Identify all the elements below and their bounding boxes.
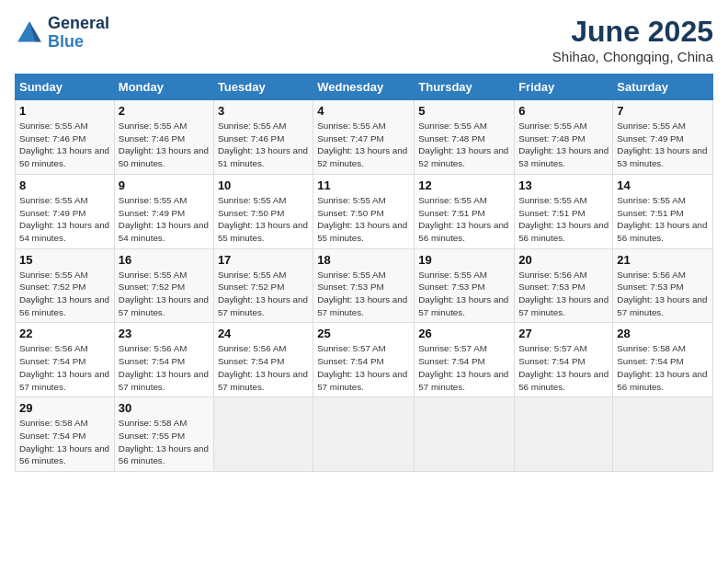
calendar-row: 22 Sunrise: 5:56 AM Sunset: 7:54 PM Dayl… [16, 323, 713, 397]
day-detail: Sunrise: 5:58 AM Sunset: 7:54 PM Dayligh… [19, 417, 110, 467]
day-detail: Sunrise: 5:57 AM Sunset: 7:54 PM Dayligh… [518, 342, 609, 393]
day-number: 19 [418, 253, 510, 267]
day-cell-1: 1 Sunrise: 5:55 AM Sunset: 7:46 PM Dayli… [16, 100, 115, 175]
header-sunday: Sunday [16, 75, 115, 100]
day-number: 13 [518, 178, 609, 192]
day-detail: Sunrise: 5:55 AM Sunset: 7:51 PM Dayligh… [418, 194, 510, 245]
day-cell-29: 29 Sunrise: 5:58 AM Sunset: 7:54 PM Dayl… [16, 397, 115, 472]
day-detail: Sunrise: 5:55 AM Sunset: 7:52 PM Dayligh… [218, 269, 309, 319]
day-cell-5: 5 Sunrise: 5:55 AM Sunset: 7:48 PM Dayli… [415, 100, 515, 175]
day-cell-19: 19 Sunrise: 5:55 AM Sunset: 7:53 PM Dayl… [415, 248, 515, 323]
day-detail: Sunrise: 5:56 AM Sunset: 7:53 PM Dayligh… [518, 269, 609, 319]
day-cell-27: 27 Sunrise: 5:57 AM Sunset: 7:54 PM Dayl… [515, 323, 613, 397]
day-detail: Sunrise: 5:55 AM Sunset: 7:46 PM Dayligh… [218, 120, 309, 170]
day-cell-6: 6 Sunrise: 5:55 AM Sunset: 7:48 PM Dayli… [515, 100, 613, 175]
header-wednesday: Wednesday [313, 75, 415, 100]
day-cell-8: 8 Sunrise: 5:55 AM Sunset: 7:49 PM Dayli… [16, 174, 115, 248]
day-number: 22 [19, 327, 110, 340]
calendar-row: 1 Sunrise: 5:55 AM Sunset: 7:46 PM Dayli… [16, 100, 713, 175]
day-number: 14 [617, 178, 709, 192]
day-number: 4 [317, 104, 410, 118]
day-number: 9 [119, 178, 210, 192]
day-cell-4: 4 Sunrise: 5:55 AM Sunset: 7:47 PM Dayli… [313, 100, 415, 175]
day-detail: Sunrise: 5:58 AM Sunset: 7:54 PM Dayligh… [617, 342, 709, 393]
day-number: 24 [218, 327, 309, 340]
day-cell-21: 21 Sunrise: 5:56 AM Sunset: 7:53 PM Dayl… [613, 248, 713, 323]
weekday-header-row: Sunday Monday Tuesday Wednesday Thursday… [16, 75, 713, 100]
day-detail: Sunrise: 5:55 AM Sunset: 7:49 PM Dayligh… [617, 120, 709, 170]
day-cell-14: 14 Sunrise: 5:55 AM Sunset: 7:51 PM Dayl… [613, 174, 713, 248]
calendar-row: 29 Sunrise: 5:58 AM Sunset: 7:54 PM Dayl… [16, 397, 713, 472]
location: Shihao, Chongqing, China [552, 49, 713, 64]
day-cell-22: 22 Sunrise: 5:56 AM Sunset: 7:54 PM Dayl… [16, 323, 115, 397]
month-year: June 2025 [552, 15, 713, 49]
day-cell-28: 28 Sunrise: 5:58 AM Sunset: 7:54 PM Dayl… [613, 323, 713, 397]
day-detail: Sunrise: 5:58 AM Sunset: 7:55 PM Dayligh… [119, 417, 210, 467]
day-detail: Sunrise: 5:56 AM Sunset: 7:54 PM Dayligh… [218, 342, 309, 393]
header-tuesday: Tuesday [213, 75, 313, 100]
day-number: 29 [19, 401, 110, 415]
day-number: 11 [317, 178, 410, 192]
day-detail: Sunrise: 5:55 AM Sunset: 7:50 PM Dayligh… [317, 194, 410, 245]
logo-icon [15, 18, 44, 48]
day-detail: Sunrise: 5:55 AM Sunset: 7:50 PM Dayligh… [218, 194, 309, 245]
day-number: 23 [119, 327, 210, 340]
day-number: 26 [418, 327, 510, 340]
day-number: 3 [218, 104, 309, 118]
logo: General Blue [15, 15, 109, 52]
header-monday: Monday [114, 75, 213, 100]
day-number: 2 [119, 104, 210, 118]
calendar-table: Sunday Monday Tuesday Wednesday Thursday… [15, 74, 713, 472]
calendar-row: 15 Sunrise: 5:55 AM Sunset: 7:52 PM Dayl… [16, 248, 713, 323]
day-number: 8 [19, 178, 110, 192]
day-cell-17: 17 Sunrise: 5:55 AM Sunset: 7:52 PM Dayl… [213, 248, 313, 323]
day-cell-12: 12 Sunrise: 5:55 AM Sunset: 7:51 PM Dayl… [415, 174, 515, 248]
day-number: 5 [418, 104, 510, 118]
logo-text: General Blue [48, 15, 109, 52]
day-cell-30: 30 Sunrise: 5:58 AM Sunset: 7:55 PM Dayl… [114, 397, 213, 472]
calendar-row: 8 Sunrise: 5:55 AM Sunset: 7:49 PM Dayli… [16, 174, 713, 248]
day-cell-16: 16 Sunrise: 5:55 AM Sunset: 7:52 PM Dayl… [114, 248, 213, 323]
day-number: 18 [317, 253, 410, 267]
day-number: 25 [317, 327, 410, 340]
day-detail: Sunrise: 5:55 AM Sunset: 7:53 PM Dayligh… [418, 269, 510, 319]
day-detail: Sunrise: 5:56 AM Sunset: 7:53 PM Dayligh… [617, 269, 709, 319]
empty-cell [613, 397, 713, 472]
day-number: 28 [617, 327, 709, 340]
day-cell-18: 18 Sunrise: 5:55 AM Sunset: 7:53 PM Dayl… [313, 248, 415, 323]
empty-cell [415, 397, 515, 472]
day-cell-2: 2 Sunrise: 5:55 AM Sunset: 7:46 PM Dayli… [114, 100, 213, 175]
day-number: 27 [518, 327, 609, 340]
day-cell-3: 3 Sunrise: 5:55 AM Sunset: 7:46 PM Dayli… [213, 100, 313, 175]
day-detail: Sunrise: 5:57 AM Sunset: 7:54 PM Dayligh… [317, 342, 410, 393]
day-number: 21 [617, 253, 709, 267]
day-detail: Sunrise: 5:55 AM Sunset: 7:47 PM Dayligh… [317, 120, 410, 170]
day-detail: Sunrise: 5:57 AM Sunset: 7:54 PM Dayligh… [418, 342, 510, 393]
day-cell-25: 25 Sunrise: 5:57 AM Sunset: 7:54 PM Dayl… [313, 323, 415, 397]
day-detail: Sunrise: 5:55 AM Sunset: 7:51 PM Dayligh… [617, 194, 709, 245]
empty-cell [313, 397, 415, 472]
day-number: 7 [617, 104, 709, 118]
day-detail: Sunrise: 5:55 AM Sunset: 7:46 PM Dayligh… [119, 120, 210, 170]
day-detail: Sunrise: 5:55 AM Sunset: 7:49 PM Dayligh… [19, 194, 110, 245]
day-detail: Sunrise: 5:56 AM Sunset: 7:54 PM Dayligh… [19, 342, 110, 393]
day-number: 20 [518, 253, 609, 267]
day-detail: Sunrise: 5:55 AM Sunset: 7:52 PM Dayligh… [19, 269, 110, 319]
day-cell-13: 13 Sunrise: 5:55 AM Sunset: 7:51 PM Dayl… [515, 174, 613, 248]
empty-cell [515, 397, 613, 472]
day-cell-10: 10 Sunrise: 5:55 AM Sunset: 7:50 PM Dayl… [213, 174, 313, 248]
day-number: 16 [119, 253, 210, 267]
day-number: 17 [218, 253, 309, 267]
day-number: 12 [418, 178, 510, 192]
header-thursday: Thursday [415, 75, 515, 100]
day-detail: Sunrise: 5:55 AM Sunset: 7:46 PM Dayligh… [19, 120, 110, 170]
day-cell-24: 24 Sunrise: 5:56 AM Sunset: 7:54 PM Dayl… [213, 323, 313, 397]
day-cell-26: 26 Sunrise: 5:57 AM Sunset: 7:54 PM Dayl… [415, 323, 515, 397]
empty-cell [213, 397, 313, 472]
day-detail: Sunrise: 5:56 AM Sunset: 7:54 PM Dayligh… [119, 342, 210, 393]
day-cell-11: 11 Sunrise: 5:55 AM Sunset: 7:50 PM Dayl… [313, 174, 415, 248]
day-detail: Sunrise: 5:55 AM Sunset: 7:52 PM Dayligh… [119, 269, 210, 319]
day-cell-15: 15 Sunrise: 5:55 AM Sunset: 7:52 PM Dayl… [16, 248, 115, 323]
day-detail: Sunrise: 5:55 AM Sunset: 7:51 PM Dayligh… [518, 194, 609, 245]
day-number: 15 [19, 253, 110, 267]
